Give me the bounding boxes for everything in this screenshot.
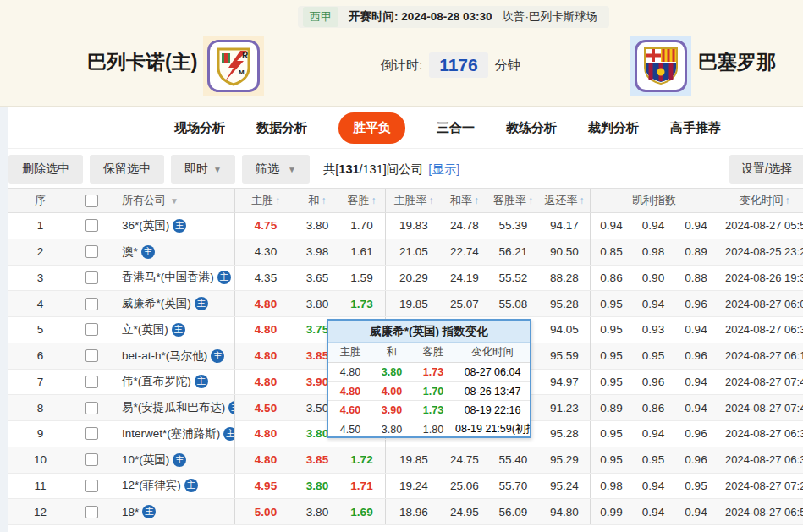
draw-odds[interactable]: 3.65 [296, 266, 338, 291]
company-cell[interactable]: 立*(英国)主 [112, 317, 234, 343]
row-checkbox[interactable] [85, 271, 98, 284]
home-win-odds[interactable]: 4.30 [234, 239, 296, 265]
league-badge: 西甲 [303, 7, 338, 27]
header-company-label: 所有公司 [122, 193, 166, 208]
company-cell[interactable]: 18*主 [112, 499, 234, 524]
header-change-time[interactable]: 变化时间↑ [718, 189, 803, 212]
header-return-rate[interactable]: 返还率↑ [539, 189, 590, 212]
draw-odds[interactable]: 3.85 [296, 447, 338, 473]
home-win-odds[interactable]: 4.95 [234, 474, 296, 499]
popup-header-home-win: 主胜 [328, 345, 372, 359]
header-away-rate[interactable]: 客胜率↑ [487, 189, 539, 212]
kelly-index: 0.95 [590, 317, 632, 343]
company-cell[interactable]: Interwet*(塞浦路斯)主 [112, 421, 234, 447]
change-time: 2024-08-27 07:45 [718, 395, 803, 420]
select-all-checkbox[interactable] [85, 195, 98, 207]
away-team-logo [630, 36, 691, 96]
tab-教练分析[interactable]: 教练分析 [506, 120, 557, 136]
tab-三合一[interactable]: 三合一 [437, 120, 475, 136]
home-win-odds[interactable]: 4.80 [234, 447, 296, 473]
settings-button[interactable]: 设置/选择 [729, 155, 803, 184]
company-cell[interactable]: 36*(英国)主 [112, 213, 234, 239]
header-seq[interactable]: 序 [8, 189, 72, 212]
row-checkbox[interactable] [85, 298, 98, 310]
popup-row: 4.603.901.7308-19 22:16 [328, 401, 530, 420]
home-win-rate: 19.85 [385, 291, 442, 316]
popup-change-time: 08-26 13:47 [455, 386, 530, 398]
row-checkbox[interactable] [85, 219, 98, 232]
popup-header-draw: 和 [372, 345, 411, 359]
away-win-odds[interactable]: 1.70 [338, 213, 385, 239]
away-win-odds[interactable]: 1.71 [338, 474, 385, 499]
row-checkbox[interactable] [85, 323, 98, 336]
row-checkbox[interactable] [85, 427, 98, 440]
return-rate: 91.23 [539, 395, 590, 420]
away-win-odds[interactable]: 1.59 [338, 266, 385, 291]
away-win-odds[interactable]: 1.72 [338, 447, 385, 473]
tab-高手推荐[interactable]: 高手推荐 [670, 120, 721, 136]
popup-draw: 3.90 [372, 404, 411, 416]
away-win-odds[interactable]: 1.69 [338, 499, 385, 524]
tab-现场分析[interactable]: 现场分析 [174, 120, 225, 136]
change-time: 2024-08-27 07:26 [718, 474, 803, 499]
company-cell[interactable]: 12*(菲律宾)主 [112, 474, 234, 499]
home-win-odds[interactable]: 4.80 [234, 317, 296, 343]
home-win-odds[interactable]: 4.80 [234, 343, 296, 369]
company-cell[interactable]: bet-at-h*(马尔他)主 [112, 343, 234, 369]
header-draw[interactable]: 和↑ [296, 189, 338, 212]
delete-selected-button[interactable]: 删除选中 [8, 155, 83, 184]
home-win-odds[interactable]: 5.00 [234, 499, 296, 524]
instant-dropdown[interactable]: 即时 ▼ [171, 155, 235, 184]
keep-selected-button[interactable]: 保留选中 [90, 155, 164, 184]
draw-odds[interactable]: 3.80 [296, 213, 338, 239]
home-marker-icon: 主 [172, 323, 185, 337]
return-rate: 95.59 [539, 343, 590, 369]
home-win-odds[interactable]: 4.35 [234, 266, 296, 291]
header-home-rate[interactable]: 主胜率↑ [385, 189, 442, 212]
row-checkbox[interactable] [85, 402, 98, 414]
company-cell[interactable]: 澳*主 [112, 239, 234, 265]
row-seq: 12 [8, 499, 72, 524]
table-row [8, 525, 803, 532]
show-link[interactable]: [显示] [428, 162, 459, 178]
change-time: 2024-08-27 06:59 [718, 499, 803, 524]
company-cell[interactable]: 10*(英国)主 [112, 447, 234, 473]
header-draw-rate[interactable]: 和率↑ [442, 189, 487, 212]
header-home-win[interactable]: 主胜↑ [234, 189, 296, 212]
company-cell[interactable]: 伟*(直布罗陀)主 [112, 370, 234, 395]
tab-数据分析[interactable]: 数据分析 [256, 120, 307, 136]
tab-裁判分析[interactable]: 裁判分析 [588, 120, 639, 136]
home-win-odds[interactable]: 4.80 [234, 421, 296, 447]
header-company[interactable]: 所有公司 ▼ [112, 189, 234, 212]
tab-胜平负[interactable]: 胜平负 [338, 112, 405, 144]
home-win-odds[interactable]: 4.75 [234, 213, 296, 239]
change-time: 2024-08-27 06:05 [718, 291, 803, 316]
header-away-win[interactable]: 客胜↑ [338, 189, 385, 212]
filter-button[interactable]: 筛选 ▼ [242, 155, 310, 184]
company-cell[interactable]: 易*(安提瓜和巴布达)主 [112, 395, 234, 420]
draw-odds[interactable]: 3.80 [296, 499, 338, 524]
header-select-all[interactable] [72, 189, 112, 212]
draw-odds[interactable]: 3.80 [296, 291, 338, 316]
draw-odds[interactable]: 3.80 [296, 474, 338, 499]
row-checkbox[interactable] [85, 480, 98, 492]
row-checkbox[interactable] [85, 349, 98, 362]
row-checkbox[interactable] [85, 376, 98, 388]
kelly-index: 0.95 [674, 474, 718, 499]
away-win-rate: 55.40 [487, 447, 539, 473]
away-win-odds[interactable]: 1.73 [338, 291, 385, 316]
away-win-rate: 55.39 [487, 213, 539, 239]
row-checkbox[interactable] [85, 506, 98, 518]
home-win-odds[interactable]: 4.80 [234, 291, 296, 316]
draw-odds[interactable]: 3.98 [296, 239, 338, 265]
home-win-odds[interactable]: 4.50 [234, 395, 296, 420]
home-win-odds[interactable]: 4.80 [234, 370, 296, 395]
away-win-odds[interactable]: 1.61 [338, 239, 385, 265]
company-cell[interactable]: 威廉希*(英国)主 [112, 291, 234, 316]
company-cell[interactable]: 香港马*(中国香港)主 [112, 266, 234, 291]
row-checkbox[interactable] [85, 453, 98, 466]
home-team-crest-icon: R M [207, 40, 260, 92]
kelly-index: 0.94 [632, 474, 674, 499]
row-checkbox[interactable] [85, 245, 98, 258]
home-marker-icon: 主 [184, 479, 198, 492]
